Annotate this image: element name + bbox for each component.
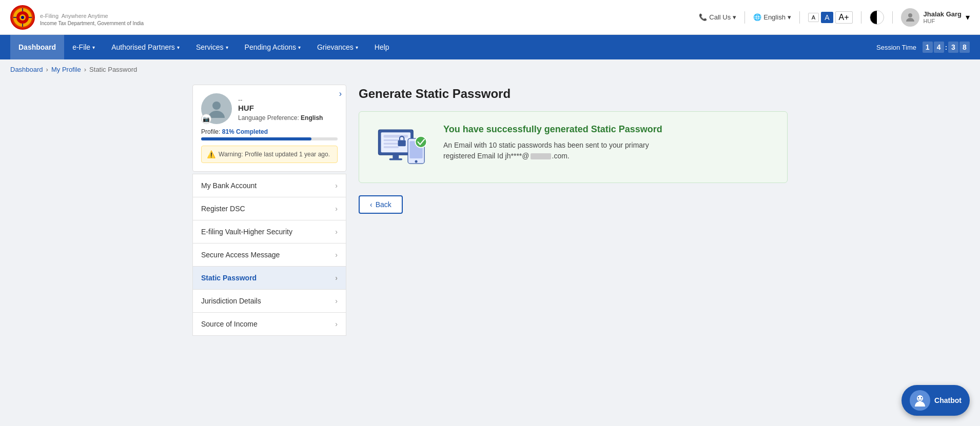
svg-point-8 — [908, 13, 912, 17]
back-chevron-icon: ‹ — [370, 200, 373, 209]
svg-point-9 — [212, 102, 221, 110]
warning-box: ⚠️ Warning: Profile last updated 1 year … — [201, 146, 338, 163]
jurisdiction-label: Jurisdiction Details — [201, 297, 261, 305]
svg-point-22 — [415, 136, 426, 148]
camera-button[interactable]: 📷 — [201, 114, 211, 124]
user-avatar — [901, 8, 919, 27]
session-time: Session Time 1 4 : 3 8 — [876, 42, 970, 53]
profile-dash: -- — [238, 96, 338, 104]
logo-tagline: Anywhere Anytime — [62, 13, 108, 19]
source-income-chevron-icon: › — [335, 320, 338, 328]
warning-text: Warning: Profile last updated 1 year ago… — [219, 151, 330, 158]
header-divider-1 — [744, 11, 745, 24]
sidebar-item-source-income[interactable]: Source of Income › — [192, 312, 346, 336]
header-divider-4 — [892, 11, 893, 24]
session-d2: 4 — [934, 42, 944, 53]
success-desc-2: registered Email Id jh****@ — [443, 152, 530, 160]
static-password-label: Static Password — [201, 274, 257, 282]
svg-point-21 — [415, 160, 418, 163]
user-area[interactable]: Jhalak Garg HUF ▾ — [901, 8, 970, 27]
chatbot-avatar — [910, 390, 930, 411]
nav-grievances[interactable]: Grievances ▾ — [309, 35, 366, 59]
user-chevron-icon: ▾ — [966, 12, 970, 22]
pending-chevron-icon: ▾ — [298, 45, 301, 50]
sidebar-item-efiling-vault[interactable]: E-filing Vault-Higher Security › — [192, 220, 346, 243]
call-us-button[interactable]: 📞 Call Us ▾ — [699, 13, 736, 21]
sidebar-item-jurisdiction[interactable]: Jurisdiction Details › — [192, 289, 346, 312]
session-d1: 1 — [923, 42, 933, 53]
profile-progress-label: Profile: 81% Completed — [201, 128, 338, 135]
logo-area: e-Filing Anywhere Anytime Income Tax Dep… — [10, 5, 144, 30]
efiling-vault-chevron-icon: › — [335, 228, 338, 236]
globe-icon: 🌐 — [753, 13, 761, 21]
user-info: Jhalak Garg HUF — [924, 10, 962, 24]
session-colon: : — [945, 44, 947, 51]
source-income-label: Source of Income — [201, 320, 258, 328]
nav-help[interactable]: Help — [366, 35, 398, 59]
contrast-button[interactable] — [870, 10, 884, 25]
success-illustration — [371, 124, 433, 170]
chatbot-widget[interactable]: Chatbot — [901, 385, 970, 416]
top-header: e-Filing Anywhere Anytime Income Tax Dep… — [0, 0, 980, 35]
svg-point-3 — [21, 16, 24, 19]
language-button[interactable]: 🌐 English ▾ — [753, 13, 791, 21]
register-dsc-chevron-icon: › — [335, 205, 338, 213]
nav-dashboard[interactable]: Dashboard — [10, 35, 64, 59]
nav-pending-actions[interactable]: Pending Actions ▾ — [237, 35, 309, 59]
sidebar-item-secure-access[interactable]: Secure Access Message › — [192, 243, 346, 266]
warning-icon: ⚠️ — [207, 150, 215, 158]
svg-point-25 — [921, 397, 922, 398]
user-name: Jhalak Garg — [924, 10, 962, 18]
svg-rect-12 — [384, 135, 408, 137]
grievances-chevron-icon: ▾ — [356, 45, 358, 50]
email-domain-placeholder — [531, 153, 551, 159]
profile-lang: Language Preference: English — [238, 114, 338, 121]
nav-authorised-partners[interactable]: Authorised Partners ▾ — [103, 35, 188, 59]
static-password-chevron-icon: › — [335, 274, 338, 282]
svg-rect-15 — [384, 146, 399, 148]
lang-label: Language Preference: — [238, 114, 299, 121]
user-type: HUF — [924, 18, 962, 24]
lang-chevron-icon: ▾ — [788, 13, 791, 21]
language-label: English — [763, 13, 786, 21]
profile-panel: › 📷 -- HUF Language Preference: — [192, 85, 346, 336]
font-medium-button[interactable]: A — [821, 12, 833, 23]
profile-details: -- HUF Language Preference: English — [238, 96, 338, 121]
svg-rect-18 — [389, 158, 402, 160]
profile-avatar-wrap: 📷 — [201, 93, 232, 124]
bank-account-label: My Bank Account — [201, 181, 257, 190]
breadcrumb: Dashboard › My Profile › Static Password — [0, 59, 980, 79]
session-label: Session Time — [876, 44, 916, 51]
success-box: You have successfully generated Static P… — [359, 111, 788, 183]
back-label: Back — [376, 200, 391, 209]
breadcrumb-dashboard[interactable]: Dashboard — [10, 66, 43, 73]
back-button[interactable]: ‹ Back — [359, 195, 403, 214]
sidebar-item-static-password[interactable]: Static Password › — [192, 266, 346, 289]
profile-card: › 📷 -- HUF Language Preference: — [192, 85, 346, 172]
sidebar-item-register-dsc[interactable]: Register DSC › — [192, 197, 346, 220]
success-desc-1: An Email with 10 static passwords has be… — [443, 141, 649, 149]
progress-value-text: 81% Completed — [222, 128, 268, 135]
session-digits: 1 4 : 3 8 — [923, 42, 970, 53]
nav-efile[interactable]: e-File ▾ — [64, 35, 103, 59]
jurisdiction-chevron-icon: › — [335, 297, 338, 305]
svg-rect-17 — [393, 155, 399, 158]
secure-access-chevron-icon: › — [335, 251, 338, 259]
font-small-button[interactable]: A — [808, 13, 819, 22]
right-content: Generate Static Password — [359, 85, 788, 336]
success-text: You have successfully generated Static P… — [443, 124, 775, 161]
lang-value: English — [301, 114, 323, 121]
profile-name: HUF — [238, 104, 338, 112]
main-content: › 📷 -- HUF Language Preference: — [182, 79, 798, 346]
breadcrumb-myprofile[interactable]: My Profile — [51, 66, 81, 73]
nav-services[interactable]: Services ▾ — [188, 35, 237, 59]
svg-point-24 — [918, 397, 919, 398]
efile-chevron-icon: ▾ — [92, 45, 95, 50]
sidebar-item-bank-account[interactable]: My Bank Account › — [192, 174, 346, 197]
logo-emblem — [10, 5, 35, 30]
font-large-button[interactable]: A+ — [835, 11, 853, 24]
secure-access-label: Secure Access Message — [201, 251, 280, 259]
header-right: 📞 Call Us ▾ 🌐 English ▾ A A A+ — [699, 8, 970, 27]
logo-text: e-Filing Anywhere Anytime Income Tax Dep… — [40, 9, 144, 26]
profile-expand-button[interactable]: › — [339, 89, 342, 98]
